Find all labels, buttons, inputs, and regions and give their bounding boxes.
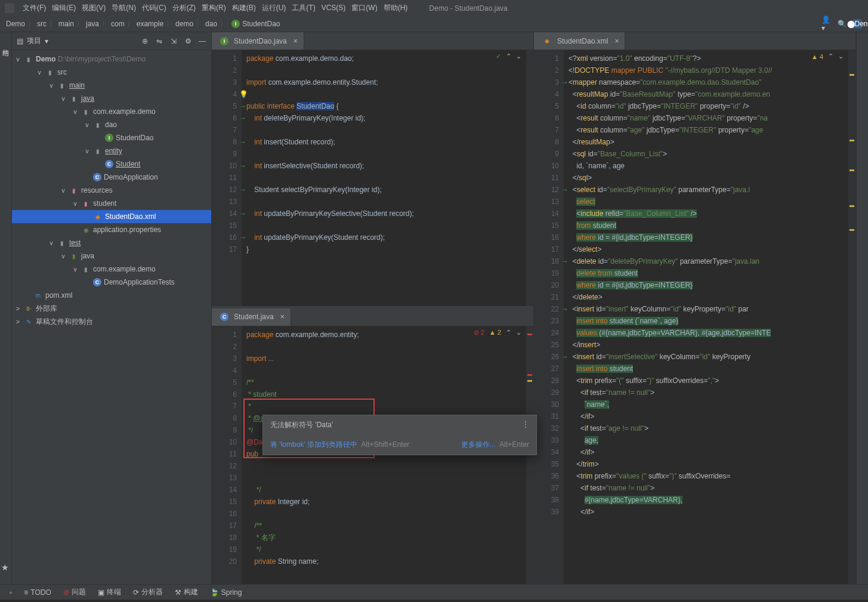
menu-item[interactable]: 视图(V) [79,4,108,12]
popup-shortcut: Alt+Shift+Enter [362,440,410,449]
next-error-icon[interactable]: ⌃ [828,53,833,60]
tree-node[interactable]: v▮main [12,79,211,92]
menu-item[interactable]: 运行(U) [260,4,289,12]
menu-item[interactable]: VCS(S) [319,4,348,12]
menu-item[interactable]: 窗口(W) [349,4,379,12]
navigation-bar: Demo〉src〉main〉java〉com〉example〉demo〉dao〉… [0,16,868,32]
run-config-button[interactable]: ⬤ Den [852,19,862,29]
warning-badge[interactable]: ▲ 2 [489,329,501,336]
search-icon[interactable]: 🔍 [837,19,847,29]
error-badge[interactable]: ⊘ 2 [474,329,484,336]
breadcrumb-item[interactable]: src [37,20,47,28]
collapse-icon[interactable]: ⇲ [169,37,178,45]
menu-bar: 文件(F)编辑(E)视图(V)导航(N)代码(C)分析(Z)重构(R)构建(B)… [0,0,868,16]
editor-content[interactable]: package com.example.demo.dao; import com… [242,50,526,306]
popup-more-actions[interactable]: 更多操作... [461,440,496,449]
menu-item[interactable]: 导航(N) [109,4,138,12]
tree-node[interactable]: mpom.xml [12,289,211,302]
popup-menu-icon[interactable]: ⋮ [522,420,529,430]
interface-icon: I [220,37,228,45]
favorites-star-icon[interactable]: ★ [1,563,9,572]
settings-icon[interactable]: ⚙ [184,37,192,45]
breadcrumb-item[interactable]: demo [175,20,193,28]
tab-studentdao-xml[interactable]: ◆ StudentDao.xml × [534,32,625,50]
popup-quickfix-action[interactable]: 将 'lombok' 添加到类路径中 [270,440,357,449]
close-icon[interactable]: × [614,37,619,45]
prev-error-icon[interactable]: ⌄ [838,53,844,60]
breadcrumbs: Demo〉src〉main〉java〉com〉example〉demo〉dao〉… [6,19,280,29]
editor-content[interactable]: <?xml version="1.0" encoding="UTF-8"?><!… [564,50,848,584]
error-stripe[interactable] [526,50,533,306]
tree-node[interactable]: IStudentDao [12,131,211,144]
hide-icon[interactable]: — [198,37,206,45]
tree-node[interactable]: v▮src [12,66,211,79]
menu-item[interactable]: 构建(B) [230,4,258,12]
user-icon[interactable]: 👤▾ [821,19,831,29]
tree-node[interactable]: v▮java [12,249,211,263]
popup-error-message: 无法解析符号 'Data' [270,420,333,430]
tree-node[interactable]: v▮student [12,197,211,210]
project-title: 项目 [27,36,41,46]
tab-student-java[interactable]: C Student.java × [212,308,291,326]
menu-item[interactable]: 工具(T) [289,4,317,12]
project-tree[interactable]: v▮Demo D:\bin\myproject\Test\Demov▮srcv▮… [12,50,211,584]
status-item[interactable]: ⚒构建 [170,587,203,597]
prev-error-icon[interactable]: ⌄ [516,329,521,336]
menu-item[interactable]: 帮助(H) [381,4,410,12]
status-bar: ▫ ≡TODO⊘问题▣终端⟳分析器⚒构建🍃Spring [0,584,868,600]
tree-root[interactable]: v▮Demo D:\bin\myproject\Test\Demo [12,53,211,66]
tree-node[interactable]: >⊪外部库 [12,302,211,315]
menu-item[interactable]: 编辑(E) [50,4,78,12]
next-error-icon[interactable]: ⌃ [506,53,511,60]
tree-node[interactable]: v▮com.example.demo [12,105,211,118]
tree-node[interactable]: v▮com.example.demo [12,263,211,276]
class-icon: C [220,313,228,321]
status-item[interactable]: 🍃Spring [205,588,247,597]
close-icon[interactable]: × [294,37,298,45]
tool-window-stripe-right [856,32,868,584]
breadcrumb-item[interactable]: main [58,20,74,28]
tree-node[interactable]: v▮java [12,92,211,105]
error-stripe[interactable] [848,50,855,584]
prev-error-icon[interactable]: ⌄ [516,53,521,60]
close-icon[interactable]: × [280,313,285,321]
breadcrumb-item[interactable]: com [111,20,125,28]
breadcrumb-item[interactable]: example [137,20,163,28]
menu-item[interactable]: 文件(F) [20,4,48,12]
tree-node[interactable]: v▮entity [12,144,211,158]
dropdown-arrow-icon[interactable]: ▾ [45,37,48,45]
tree-node[interactable]: CStudent [12,158,211,171]
menu-item[interactable]: 分析(Z) [170,4,198,12]
tree-node[interactable]: ◉application.properties [12,223,211,236]
editor-split-right: ◆ StudentDao.xml × 123→456789101112→1314… [534,32,856,584]
warning-badge[interactable]: ▲ 4 [811,53,823,60]
tree-node[interactable]: ◆StudentDao.xml [12,210,211,223]
tab-studentdao-java[interactable]: I StudentDao.java × [212,32,304,50]
tree-node[interactable]: CDemoApplication [12,171,211,184]
expand-icon[interactable]: ⇋ [155,37,163,45]
status-item[interactable]: ▣终端 [93,587,126,597]
breadcrumb-item[interactable]: Demo [6,20,25,28]
tree-node[interactable]: v▮resources [12,184,211,197]
locate-icon[interactable]: ⊕ [141,37,149,45]
tree-node[interactable]: v▮dao [12,118,211,131]
status-item[interactable]: ≡TODO [19,588,55,597]
editor-split-left: I StudentDao.java × 1234💡5→6→78→910→1112… [212,32,534,584]
intention-popup: 无法解析符号 'Data' ⋮ 将 'lombok' 添加到类路径中 Alt+S… [262,415,537,455]
tree-node[interactable]: CDemoApplicationTests [12,276,211,289]
menu-item[interactable]: 重构(R) [199,4,228,12]
breadcrumb-item[interactable]: java [86,20,99,28]
xml-icon: ◆ [542,36,552,46]
tool-window-quick-access-icon[interactable]: ▫ [5,588,17,597]
window-title: Demo - StudentDao.java [429,4,507,13]
menu-item[interactable]: 代码(C) [140,4,169,12]
tree-node[interactable]: >✎草稿文件和控制台 [12,315,211,328]
tree-node[interactable]: v▮test [12,236,211,249]
project-tool-window: ▤ 项目 ▾ ⊕ ⇋ ⇲ ⚙ — v▮Demo D:\bin\myproject… [12,32,212,584]
status-item[interactable]: ⊘问题 [58,587,91,597]
next-error-icon[interactable]: ⌃ [506,329,511,336]
breadcrumb-item[interactable]: dao [205,20,217,28]
status-item[interactable]: ⟳分析器 [128,587,168,597]
project-view-icon: ▤ [17,37,23,45]
breadcrumb-item[interactable]: StudentDao [242,20,280,28]
